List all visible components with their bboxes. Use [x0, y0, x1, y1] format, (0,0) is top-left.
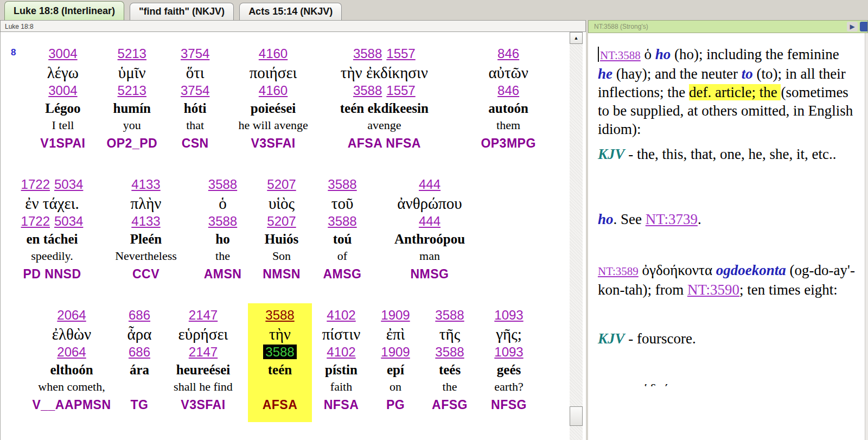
strongs-number-link[interactable]: 4102: [327, 308, 355, 322]
strongs-number-link[interactable]: 4160: [259, 46, 288, 61]
strongs-number-link[interactable]: 4133: [131, 177, 160, 192]
word-cell[interactable]: 1909ἐπὶ1909epíonPG: [371, 303, 420, 422]
strongs-number-link[interactable]: 3754: [181, 46, 209, 61]
strongs-number-link[interactable]: 3588: [353, 46, 382, 61]
word-cell[interactable]: 3754ὅτι3754hótithatCSN: [163, 42, 227, 161]
parsing-code: V1SPAI: [40, 134, 85, 154]
strongs-number-line: 5213: [116, 46, 149, 64]
strongs-number-link[interactable]: 1557: [386, 83, 415, 98]
greek-word: λέγω: [47, 64, 79, 83]
strongs-number-link[interactable]: 2147: [189, 345, 218, 359]
strongs-number-link[interactable]: 444: [419, 214, 441, 228]
strongs-number-link[interactable]: 686: [129, 308, 150, 322]
word-cell[interactable]: 444ἀνθρώπου444AnthroópoumanNMSG: [373, 173, 487, 291]
parsing-code: OP2_PD: [106, 134, 157, 154]
word-cell[interactable]: 4102πίστιν4102pístinfaithNFSA: [312, 303, 371, 422]
strongs-number-link[interactable]: 846: [497, 46, 519, 61]
greek-word: ἐλθὼν: [52, 326, 91, 345]
strongs-number-link[interactable]: 3588: [208, 177, 237, 192]
strongs-number-link[interactable]: 2147: [189, 308, 218, 322]
word-cell[interactable]: 35881557τὴν ἐκδίκησιν35881557teén ekdíke…: [319, 42, 449, 161]
english-gloss: when cometh,: [38, 380, 105, 396]
word-cell[interactable]: 5213ὑμῖν5213humínyouOP2_PD: [101, 42, 163, 161]
tab[interactable]: "find faith" (NKJV): [130, 3, 234, 20]
greek-word: ἆρα: [127, 326, 152, 345]
transliteration: Anthroópou: [394, 232, 465, 249]
strongs-ref-link[interactable]: NT:3590: [598, 384, 639, 386]
strongs-number-link[interactable]: 4160: [259, 83, 288, 98]
strongs-number-link[interactable]: 5034: [54, 214, 83, 228]
word-cell[interactable]: 2147εὑρήσει2147heureéseishall he findV3S…: [158, 303, 248, 422]
scroll-up-button[interactable]: ▲: [570, 32, 583, 44]
strongs-number-link[interactable]: 5207: [267, 214, 296, 228]
word-cell[interactable]: 846αὐτῶν846autoónthemOP3MPG: [449, 42, 567, 161]
strongs-number-link[interactable]: 4133: [131, 214, 160, 228]
word-cell[interactable]: 17225034ἐν τάχει.17225034en tácheispeedi…: [7, 173, 98, 291]
strongs-ref-link[interactable]: NT:3588: [600, 49, 641, 62]
strongs-number-link[interactable]: 5207: [267, 177, 296, 192]
strongs-ref-link[interactable]: NT:3739: [646, 211, 698, 227]
word-cell[interactable]: 3588ὁ3588hotheAMSN: [194, 173, 251, 291]
strongs-number-link[interactable]: 3588: [328, 214, 356, 228]
panel-corner-icon[interactable]: [860, 22, 867, 31]
strongs-number-link[interactable]: 3588: [265, 308, 294, 322]
strongs-number-link[interactable]: 3004: [48, 46, 77, 61]
strongs-number-line: 686: [126, 308, 152, 326]
word-cell[interactable]: 686ἆρα686ára TG: [120, 303, 158, 422]
strongs-number-link[interactable]: 3588: [353, 83, 382, 98]
tab[interactable]: Acts 15:14 (NKJV): [239, 3, 342, 20]
word-cell[interactable]: 3588τοῦ3588toúofAMSG: [312, 173, 373, 291]
entry-text: .: [698, 211, 701, 227]
word-cell[interactable]: 3588τὴν3588teén AFSA: [248, 303, 312, 422]
dictionary-entry: ho. See NT:3739.: [598, 210, 855, 228]
strongs-ref-link[interactable]: NT:3590: [687, 282, 739, 298]
strongs-number-link[interactable]: 1722: [21, 214, 50, 228]
strongs-number-link[interactable]: 846: [497, 83, 519, 98]
strongs-number-link[interactable]: 2064: [57, 308, 86, 322]
right-scrollbar[interactable]: [865, 33, 868, 440]
strongs-number-link[interactable]: 3588: [435, 345, 464, 359]
strongs-number-link[interactable]: 5213: [118, 83, 146, 98]
transliteration: epí: [387, 362, 404, 380]
expand-button[interactable]: ▶: [847, 22, 858, 31]
strongs-number-link[interactable]: 1722: [21, 177, 50, 192]
greek-word: ἐν τάχει.: [25, 195, 79, 214]
strongs-number-link[interactable]: 686: [129, 345, 150, 359]
parsing-code: V3SFAI: [251, 134, 295, 154]
strongs-number-link[interactable]: 2064: [57, 345, 86, 359]
word-cell[interactable]: 4133πλὴν4133PleénNeverthelessCCV: [98, 173, 194, 291]
strongs-number-line: 5207: [265, 214, 298, 232]
strongs-number-link[interactable]: 1093: [494, 308, 523, 322]
strongs-number-link[interactable]: 1909: [381, 308, 410, 322]
strongs-number-link[interactable]: 3588: [208, 214, 237, 228]
word-cell[interactable]: 5207υἱὸς5207HuiósSonNMSN: [251, 173, 312, 291]
strongs-number-link[interactable]: 5034: [54, 177, 83, 192]
strongs-number-link[interactable]: 1909: [381, 345, 410, 359]
strongs-number-link[interactable]: 4102: [327, 345, 355, 359]
word-cell[interactable]: 3588τῆς3588teéstheAFSG: [420, 303, 479, 422]
word-cell[interactable]: 2064ἐλθὼν2064elthoónwhen cometh,V__AAPMS…: [23, 303, 120, 422]
word-cell[interactable]: 3004λέγω3004LégooI tellV1SPAI: [25, 42, 101, 161]
strongs-ref-link[interactable]: NT:3589: [598, 265, 639, 278]
transliteration: toú: [333, 232, 352, 249]
strongs-number-link[interactable]: 3588: [328, 177, 356, 192]
strongs-number-link[interactable]: 3004: [48, 83, 77, 98]
strongs-number-link[interactable]: 5213: [118, 46, 146, 61]
strongs-number-line: 3588: [326, 214, 359, 232]
english-gloss: shall he find: [174, 380, 233, 396]
strongs-number-link[interactable]: 3588: [435, 308, 464, 322]
left-scrollbar[interactable]: ▲: [570, 32, 583, 440]
strongs-number-link[interactable]: 1557: [386, 46, 415, 61]
interlinear-body: 83004λέγω3004LégooI tellV1SPAI5213ὑμῖν52…: [0, 32, 586, 440]
strongs-number-link[interactable]: 1093: [494, 345, 523, 359]
strongs-number-link[interactable]: 3588: [263, 345, 296, 359]
parsing-code: PG: [386, 396, 405, 416]
strongs-number-line: 2064: [55, 308, 88, 326]
strongs-number-link[interactable]: 444: [419, 177, 441, 192]
word-cell[interactable]: 4160ποιήσει4160poieéseihe will avengeV3S…: [227, 42, 320, 161]
scroll-thumb[interactable]: [570, 406, 583, 426]
tab[interactable]: Luke 18:8 (Interlinear): [4, 1, 124, 20]
word-cell[interactable]: 1093γῆς;1093geésearth?NFSG: [479, 303, 539, 422]
strongs-number-link[interactable]: 3754: [181, 83, 209, 98]
english-gloss: faith: [330, 380, 352, 396]
